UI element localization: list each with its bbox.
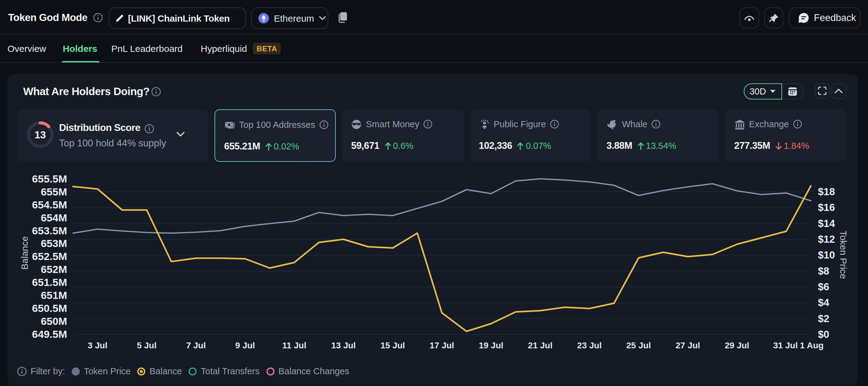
svg-text:Balance: Balance (19, 236, 29, 270)
svg-text:$16: $16 (817, 202, 835, 213)
svg-text:$8: $8 (817, 265, 829, 277)
svg-text:$14: $14 (817, 218, 835, 229)
svg-text:$10: $10 (817, 249, 835, 260)
svg-text:651.5M: 651.5M (32, 276, 67, 288)
svg-text:27 Jul: 27 Jul (675, 341, 700, 350)
svg-text:$0: $0 (817, 328, 829, 340)
svg-text:1 Aug: 1 Aug (800, 341, 824, 350)
svg-text:$12: $12 (817, 234, 835, 245)
svg-text:652.5M: 652.5M (32, 250, 67, 262)
svg-text:3 Jul: 3 Jul (88, 341, 107, 350)
svg-text:651M: 651M (40, 289, 67, 301)
svg-text:655.5M: 655.5M (32, 173, 67, 185)
svg-text:653.5M: 653.5M (32, 225, 67, 237)
svg-text:650M: 650M (40, 315, 67, 327)
svg-text:13 Jul: 13 Jul (331, 341, 355, 350)
svg-text:5 Jul: 5 Jul (136, 341, 156, 350)
svg-text:649.5M: 649.5M (32, 328, 67, 340)
svg-text:$4: $4 (817, 297, 829, 308)
svg-text:654M: 654M (40, 212, 67, 223)
svg-text:13: 13 (34, 129, 46, 141)
svg-text:653M: 653M (40, 238, 67, 249)
svg-text:$6: $6 (817, 281, 829, 292)
svg-text:Token Price: Token Price (838, 231, 848, 279)
svg-text:$18: $18 (817, 186, 835, 197)
svg-text:$2: $2 (817, 313, 829, 324)
svg-text:25 Jul: 25 Jul (626, 341, 650, 350)
svg-text:31 Jul: 31 Jul (773, 341, 797, 350)
svg-text:654.5M: 654.5M (32, 199, 67, 211)
svg-text:23 Jul: 23 Jul (577, 341, 601, 350)
svg-text:11 Jul: 11 Jul (282, 341, 306, 350)
svg-text:21 Jul: 21 Jul (528, 341, 552, 350)
svg-text:9 Jul: 9 Jul (235, 341, 255, 350)
svg-text:29 Jul: 29 Jul (724, 341, 749, 350)
svg-text:652M: 652M (40, 264, 67, 275)
svg-text:655M: 655M (40, 186, 67, 198)
svg-text:15 Jul: 15 Jul (380, 341, 405, 350)
svg-text:17 Jul: 17 Jul (429, 341, 454, 350)
svg-text:19 Jul: 19 Jul (478, 341, 503, 350)
svg-text:650.5M: 650.5M (32, 302, 67, 314)
svg-text:7 Jul: 7 Jul (186, 341, 206, 350)
